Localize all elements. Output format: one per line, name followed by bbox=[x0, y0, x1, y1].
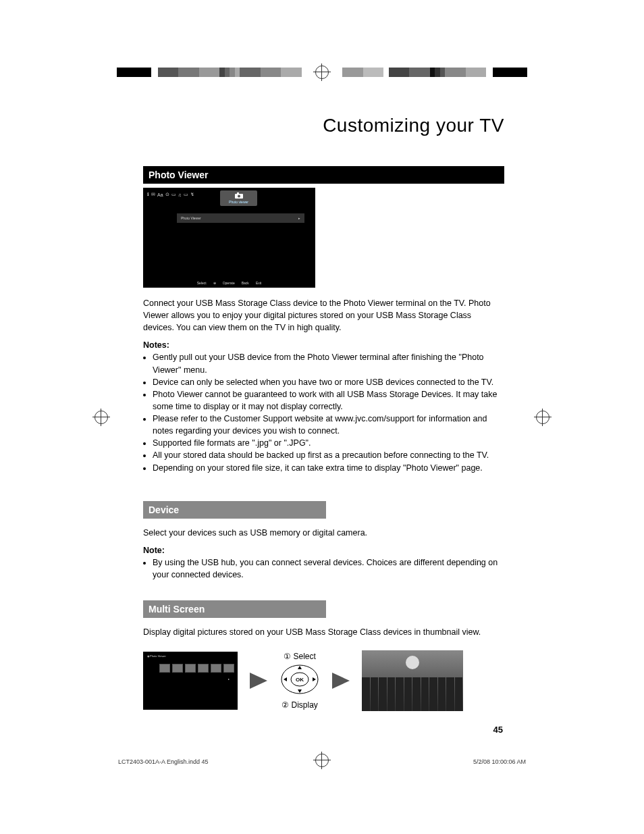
note-heading: Note: bbox=[143, 546, 504, 555]
menu-row: Photo Viewer ▸ bbox=[177, 213, 304, 223]
registration-mark-icon bbox=[536, 411, 549, 424]
footer: LCT2403-001A-A English.indd 45 5/2/08 10… bbox=[118, 758, 526, 765]
page-number: 45 bbox=[143, 725, 504, 735]
footer-filename: LCT2403-001A-A English.indd 45 bbox=[118, 758, 209, 765]
menu-bottom-hints: Select ⊕ Operate Back Exit bbox=[143, 281, 315, 285]
registration-mark-icon bbox=[95, 411, 108, 424]
section-heading-multi-screen: Multi Screen bbox=[143, 600, 326, 618]
svg-point-1 bbox=[238, 195, 240, 198]
menu-active-tab: Photo viewer bbox=[220, 190, 257, 206]
note-item: Depending on your stored file size, it c… bbox=[153, 462, 504, 474]
footer-timestamp: 5/2/08 10:00:06 AM bbox=[473, 758, 526, 765]
arrow-right-icon bbox=[332, 673, 350, 689]
note-item: By using the USB hub, you can connect se… bbox=[153, 556, 504, 581]
arrow-right-icon bbox=[250, 673, 267, 689]
note-item: Photo Viewer cannot be guaranteed to wor… bbox=[153, 388, 504, 413]
device-notes: By using the USB hub, you can connect se… bbox=[143, 556, 504, 581]
note-item: All your stored data should be backed up… bbox=[153, 449, 504, 461]
notes-heading: Notes: bbox=[143, 340, 504, 350]
registration-mark-icon bbox=[315, 66, 329, 79]
svg-rect-2 bbox=[237, 192, 239, 194]
note-item: Please refer to the Customer Support web… bbox=[153, 413, 504, 437]
svg-marker-8 bbox=[284, 677, 287, 681]
camera-icon bbox=[234, 192, 244, 199]
tv-menu-screenshot: ℹ✉Aa⊙▭♫▭↯ Photo viewer Photo Viewer ▸ Se… bbox=[143, 188, 315, 288]
photo-viewer-intro: Connect your USB Mass Storage Class devi… bbox=[143, 297, 504, 334]
svg-marker-6 bbox=[298, 666, 302, 669]
photo-viewer-notes: Gently pull out your USB device from the… bbox=[143, 351, 504, 473]
ok-dpad-icon: OK bbox=[279, 662, 320, 696]
step-select-label: ① Select bbox=[279, 652, 320, 661]
svg-marker-9 bbox=[313, 677, 316, 681]
multi-screen-diagram: ◉ Photo Viewer ▸ ① Select OK ② bbox=[143, 650, 504, 711]
note-item: Gently pull out your USB device from the… bbox=[153, 351, 504, 375]
section-heading-photo-viewer: Photo Viewer bbox=[143, 166, 504, 184]
svg-marker-7 bbox=[298, 689, 302, 693]
page-title: Customizing your TV bbox=[143, 115, 504, 136]
thumbnail-screen: ◉ Photo Viewer ▸ bbox=[143, 652, 238, 710]
menu-top-icons: ℹ✉Aa⊙▭♫▭↯ bbox=[147, 192, 194, 197]
result-photo bbox=[362, 650, 463, 711]
device-text: Select your devices such as USB memory o… bbox=[143, 527, 504, 539]
note-item: Supported file formats are ".jpg" or ".J… bbox=[153, 437, 504, 449]
step-display-label: ② Display bbox=[279, 700, 320, 710]
section-heading-device: Device bbox=[143, 501, 326, 519]
note-item: Device can only be selected when you hav… bbox=[153, 376, 504, 388]
multi-screen-text: Display digital pictures stored on your … bbox=[143, 626, 504, 638]
menu-tab-label: Photo viewer bbox=[220, 200, 257, 204]
svg-text:OK: OK bbox=[296, 677, 304, 683]
remote-ok-button-diagram: ① Select OK ② Display bbox=[279, 650, 320, 711]
